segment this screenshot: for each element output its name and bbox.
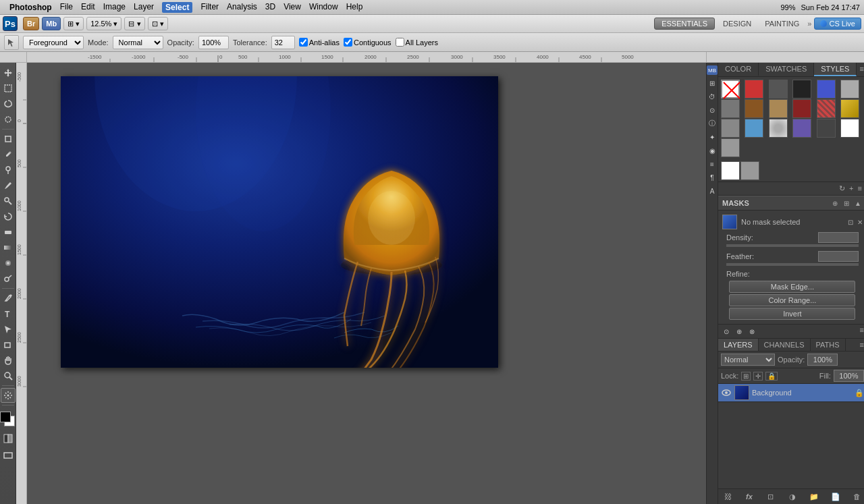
mask-edge-btn[interactable]: Mask Edge... (729, 281, 855, 293)
style-swatch-white2[interactable] (721, 161, 740, 180)
essentials-btn[interactable]: ESSENTIALS (654, 18, 715, 30)
layers-opacity-input[interactable] (807, 354, 838, 366)
masks-panel-more[interactable]: ≡ (859, 326, 863, 337)
crop-tool[interactable] (1, 132, 16, 146)
magic-wand-tool[interactable] (1, 388, 16, 403)
style-swatch-16[interactable] (817, 119, 836, 138)
path-selection-tool[interactable] (1, 322, 16, 337)
link-layers-btn[interactable]: ⛓ (722, 491, 733, 502)
minibrige-btn[interactable]: Mb (42, 17, 61, 30)
menu-help[interactable]: Help (346, 2, 363, 13)
style-swatch-3[interactable] (792, 80, 811, 99)
style-swatch-10[interactable] (817, 99, 836, 118)
fill-input[interactable] (834, 370, 864, 382)
panel-options-btn[interactable]: ≡ (857, 63, 864, 76)
opacity-input[interactable] (198, 36, 229, 49)
menu-layer[interactable]: Layer (134, 2, 154, 13)
style-swatch-4[interactable] (817, 80, 836, 99)
rectangular-marquee-tool[interactable] (1, 81, 16, 96)
blend-mode-select[interactable]: Normal (721, 354, 775, 366)
menu-window[interactable]: Window (309, 2, 338, 13)
more-workspaces-icon[interactable]: » (807, 20, 811, 28)
menu-analysis[interactable]: Analysis (227, 2, 257, 13)
add-mask-btn[interactable]: ⊡ (765, 491, 776, 502)
layer-visibility-eye[interactable] (721, 387, 732, 398)
menu-file[interactable]: File (60, 2, 73, 13)
style-swatch-gray2[interactable] (740, 161, 759, 180)
canvas-area[interactable] (27, 63, 706, 504)
notes-icon[interactable]: ¶ (707, 172, 718, 183)
contiguous-check-container[interactable]: Contiguous (344, 38, 392, 47)
hand-tool[interactable] (1, 353, 16, 368)
mask-apply-btn[interactable]: ⊡ (848, 219, 853, 226)
all-layers-check-container[interactable]: All Layers (396, 38, 438, 47)
dodge-tool[interactable] (1, 271, 16, 286)
mask-delete-btn[interactable]: ✕ (857, 219, 863, 226)
cs-live-btn[interactable]: CS Live (814, 18, 861, 30)
style-swatch-7[interactable] (745, 99, 763, 118)
menu-view[interactable]: View (284, 2, 301, 13)
new-group-btn[interactable]: 📁 (809, 491, 819, 502)
adjustments-btn[interactable]: ◑ (787, 491, 798, 502)
healing-brush-tool[interactable] (1, 163, 16, 177)
bridge-btn[interactable]: Br (23, 17, 39, 30)
lock-all-btn[interactable]: 🔒 (765, 372, 778, 381)
style-swatch-1[interactable] (745, 80, 763, 99)
lock-pixels-btn[interactable]: ⊞ (741, 372, 751, 381)
arrangement-icon[interactable]: ⊞ (707, 78, 718, 88)
density-input[interactable] (818, 232, 859, 243)
style-swatch-15[interactable] (792, 119, 811, 138)
eraser-tool[interactable] (1, 225, 16, 240)
quick-selection-tool[interactable] (1, 112, 16, 127)
add-style-icon[interactable]: + (847, 184, 855, 194)
masks-add-pixel-btn[interactable]: ⊕ (830, 198, 840, 208)
quick-mask-btn[interactable] (1, 431, 16, 446)
extras-btn[interactable]: ⊡ ▾ (148, 17, 168, 30)
style-swatch-13[interactable] (745, 119, 763, 138)
move-tool[interactable] (1, 65, 16, 80)
masks-add-vector-btn[interactable]: ⊞ (842, 198, 851, 208)
anti-alias-check-container[interactable]: Anti-alias (299, 38, 340, 47)
arrangement-btn[interactable]: ⊞ ▾ (63, 17, 84, 30)
lasso-tool[interactable] (1, 96, 16, 111)
view-mode-btn[interactable]: ⊟ ▾ (124, 17, 144, 30)
feather-input[interactable] (818, 251, 859, 262)
brush-tool[interactable] (1, 178, 16, 193)
new-layer-btn[interactable]: 📄 (830, 491, 841, 502)
eyedropper-tool[interactable] (1, 147, 16, 162)
color-range-btn[interactable]: Color Range... (729, 294, 855, 306)
screen-mode-btn[interactable] (1, 448, 16, 463)
effects-icon[interactable]: ✦ (707, 132, 718, 142)
char-icon[interactable]: A (707, 186, 718, 196)
tab-channels[interactable]: CHANNELS (759, 339, 811, 351)
clone-stamp-tool[interactable] (1, 194, 16, 208)
menu-image[interactable]: Image (103, 2, 126, 13)
pen-tool[interactable] (1, 291, 16, 306)
menu-3d[interactable]: 3D (265, 2, 275, 13)
adjustments-icon[interactable]: ⊙ (707, 105, 718, 115)
foreground-color-box[interactable] (0, 412, 11, 422)
mask-view-icon[interactable]: ⊙ (721, 326, 732, 337)
style-swatch-12[interactable] (721, 119, 740, 138)
menu-edit[interactable]: Edit (81, 2, 95, 13)
zoom-btn[interactable]: 12.5% ▾ (86, 17, 122, 30)
refresh-icon[interactable]: ↻ (837, 184, 847, 194)
invert-btn[interactable]: Invert (729, 308, 855, 320)
shape-tool[interactable] (1, 337, 16, 352)
layers-panel-menu[interactable]: ≡ (857, 339, 864, 351)
mode-select[interactable]: Normal (113, 36, 163, 49)
painting-btn[interactable]: PAINTING (759, 18, 805, 29)
style-swatch-17[interactable] (840, 119, 859, 138)
style-swatch-9[interactable] (792, 99, 811, 118)
design-btn[interactable]: DESIGN (718, 18, 757, 29)
masks-icon[interactable]: ◉ (707, 145, 718, 156)
gradient-tool[interactable] (1, 240, 16, 255)
all-layers-checkbox[interactable] (396, 38, 404, 47)
mini-bridge-icon[interactable]: MB (707, 65, 718, 75)
tab-styles[interactable]: STYLES (814, 63, 857, 76)
style-swatch-8[interactable] (769, 99, 788, 118)
anti-alias-checkbox[interactable] (299, 38, 308, 47)
tolerance-input[interactable] (271, 36, 295, 49)
fill-select[interactable]: Foreground (23, 36, 84, 49)
zoom-tool[interactable] (1, 368, 16, 383)
